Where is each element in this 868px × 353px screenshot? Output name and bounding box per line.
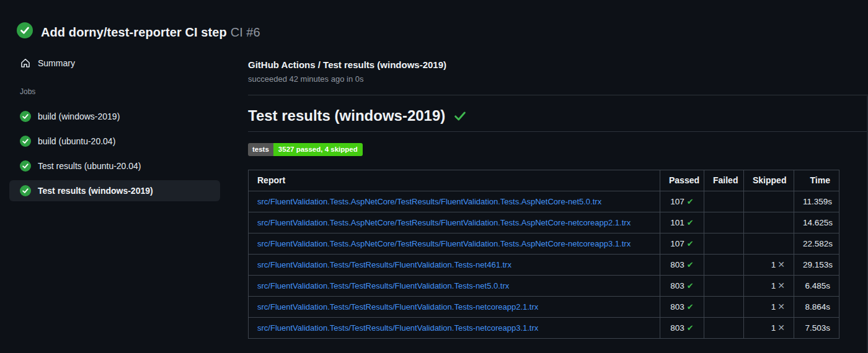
time-cell: 11.359s [794,191,839,212]
skipped-count: 1 [771,302,776,312]
skipped-count: 1 [771,260,776,269]
check-run-title: GitHub Actions / Test results (windows-2… [248,59,868,71]
report-cell: src/FluentValidation.Tests.AspNetCore/Te… [249,233,660,255]
column-header: Passed [660,170,704,191]
check-icon [453,109,467,123]
skipped-count: 1 [771,281,776,290]
check-icon: ✔ [687,323,694,333]
sidebar: Summary Jobs build (windows-2019)build (… [0,51,248,339]
x-icon: ✕ [777,323,785,333]
column-header: Skipped [744,170,794,191]
sidebar-item-job[interactable]: Test results (windows-2019) [9,180,220,201]
run-number: CI #6 [231,25,260,39]
check-circle-icon [20,160,31,172]
check-icon: ✔ [687,302,694,312]
skipped-cell: 1✕ [744,276,794,297]
time-cell: 29.153s [794,255,839,276]
page-title: Add dorny/test-reporter CI stepCI #6 [41,19,260,41]
x-icon: ✕ [777,259,785,269]
column-header: Time [794,170,839,191]
report-cell: src/FluentValidation.Tests.AspNetCore/Te… [249,191,660,212]
passed-count: 101 [670,218,684,227]
report-link[interactable]: src/FluentValidation.Tests/TestResults/F… [257,260,512,269]
job-label: build (windows-2019) [38,111,120,121]
sidebar-item-job[interactable]: build (ubuntu-20.04) [9,131,220,152]
table-row: src/FluentValidation.Tests/TestResults/F… [249,276,839,297]
time-cell: 6.485s [794,276,839,297]
table-row: src/FluentValidation.Tests.AspNetCore/Te… [249,212,839,233]
x-icon: ✕ [777,281,785,290]
failed-cell [704,318,744,339]
results-table: ReportPassedFailedSkippedTime src/Fluent… [248,170,839,339]
passed-cell: 803✔ [660,297,704,318]
table-row: src/FluentValidation.Tests.AspNetCore/Te… [249,233,839,255]
check-circle-icon [20,111,31,122]
passed-count: 803 [670,323,684,333]
check-icon: ✔ [687,260,694,269]
skipped-cell: 1✕ [744,297,794,318]
failed-cell [704,191,744,212]
failed-cell [704,297,744,318]
report-cell: src/FluentValidation.Tests/TestResults/F… [249,297,660,318]
table-row: src/FluentValidation.Tests/TestResults/F… [249,255,839,276]
check-run-status: succeeded 42 minutes ago in 0s [248,73,868,85]
check-icon: ✔ [687,218,694,227]
workflow-run-page: Add dorny/test-reporter CI stepCI #6 Sum… [0,0,868,353]
check-icon: ✔ [687,281,694,290]
job-list: build (windows-2019)build (ubuntu-20.04)… [9,106,220,201]
skipped-cell [744,212,794,233]
report-cell: src/FluentValidation.Tests/TestResults/F… [249,318,660,339]
time-cell: 7.503s [794,318,839,339]
check-circle-icon [20,136,31,147]
passed-count: 107 [670,197,684,206]
check-circle-icon [20,185,31,196]
passed-cell: 803✔ [660,318,704,339]
report-cell: src/FluentValidation.Tests/TestResults/F… [249,276,660,297]
check-icon: ✔ [687,197,694,206]
time-cell: 22.582s [794,233,839,255]
jobs-section-label: Jobs [20,87,220,96]
section-title-text: Test results (windows-2019) [248,107,445,125]
report-link[interactable]: src/FluentValidation.Tests/TestResults/F… [257,302,538,312]
table-header-row: ReportPassedFailedSkippedTime [249,170,839,191]
passed-cell: 107✔ [660,191,704,212]
skipped-cell: 1✕ [744,255,794,276]
report-cell: src/FluentValidation.Tests/TestResults/F… [249,255,660,276]
passed-cell: 101✔ [660,212,704,233]
run-header: Add dorny/test-reporter CI stepCI #6 [0,0,868,41]
job-label: build (ubuntu-20.04) [38,136,115,146]
passed-cell: 803✔ [660,276,704,297]
report-link[interactable]: src/FluentValidation.Tests.AspNetCore/Te… [257,218,631,227]
home-icon [20,58,31,69]
skipped-cell [744,191,794,212]
tests-badge: tests 3527 passed, 4 skipped [248,143,363,156]
time-cell: 8.864s [794,297,839,318]
failed-cell [704,212,744,233]
table-row: src/FluentValidation.Tests/TestResults/F… [249,297,839,318]
column-header: Report [249,170,660,191]
report-link[interactable]: src/FluentValidation.Tests.AspNetCore/Te… [257,197,601,206]
skipped-cell [744,233,794,255]
skipped-cell: 1✕ [744,318,794,339]
table-row: src/FluentValidation.Tests.AspNetCore/Te… [249,191,839,212]
failed-cell [704,276,744,297]
report-link[interactable]: src/FluentValidation.Tests/TestResults/F… [257,323,538,333]
job-label: Test results (ubuntu-20.04) [38,161,141,171]
passed-cell: 803✔ [660,255,704,276]
passed-count: 803 [670,281,684,290]
badge-label: tests [248,143,273,156]
report-link[interactable]: src/FluentValidation.Tests/TestResults/F… [257,281,509,290]
summary-label: Summary [38,58,75,68]
table-row: src/FluentValidation.Tests/TestResults/F… [249,318,839,339]
job-label: Test results (windows-2019) [38,186,153,196]
failed-cell [704,233,744,255]
passed-count: 107 [670,239,684,248]
sidebar-item-summary[interactable]: Summary [9,53,220,74]
report-link[interactable]: src/FluentValidation.Tests.AspNetCore/Te… [257,239,631,248]
sidebar-item-job[interactable]: Test results (ubuntu-20.04) [9,155,220,176]
section-title: Test results (windows-2019) [248,107,868,132]
report-cell: src/FluentValidation.Tests.AspNetCore/Te… [249,212,660,233]
x-icon: ✕ [777,302,785,312]
skipped-count: 1 [771,323,776,333]
sidebar-item-job[interactable]: build (windows-2019) [9,106,220,127]
